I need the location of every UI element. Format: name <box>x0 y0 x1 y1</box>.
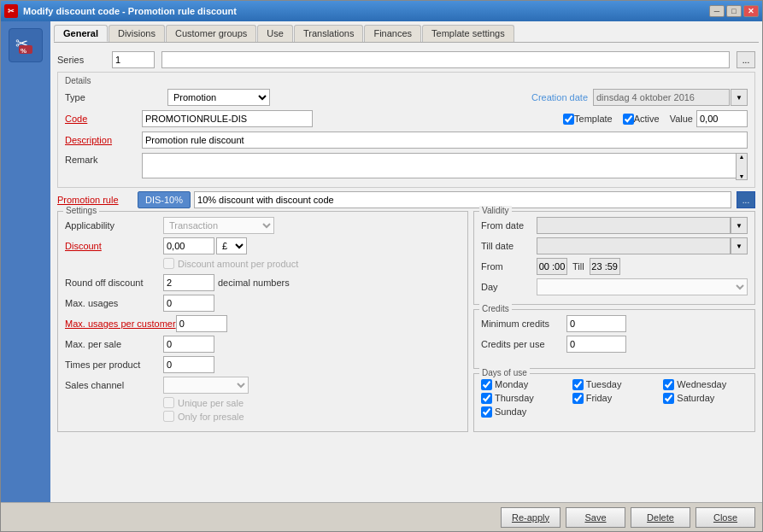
times-per-product-input[interactable] <box>163 356 214 373</box>
series-row: Series ... <box>54 51 759 68</box>
series-browse-button[interactable]: ... <box>737 51 755 68</box>
right-column: Validity From date ▼ Till date ▼ <box>473 211 755 432</box>
monday-checkbox[interactable] <box>481 379 492 390</box>
day-select[interactable] <box>537 278 748 295</box>
type-label: Type <box>65 92 167 102</box>
scissors-icon: ✂ <box>8 7 15 15</box>
value-input[interactable] <box>696 110 748 127</box>
credits-per-use-row: Credits per use <box>481 336 748 353</box>
remark-row: Remark ▲ ▼ <box>65 153 748 180</box>
tab-template-settings[interactable]: Template settings <box>422 25 514 42</box>
friday-checkbox[interactable] <box>572 393 584 404</box>
days-of-use-title: Days of use <box>479 368 530 377</box>
discount-currency-row: £ <box>163 237 247 254</box>
promotion-rule-row: Promotion rule DIS-10% ... <box>57 191 755 208</box>
wednesday-checkbox[interactable] <box>663 379 674 390</box>
template-checkbox[interactable] <box>563 114 574 125</box>
code-row: Code Template Active Value <box>65 110 748 127</box>
description-row: Description <box>65 132 748 149</box>
validity-box: Validity From date ▼ Till date ▼ <box>473 211 755 305</box>
max-per-sale-label: Max. per sale <box>65 339 163 349</box>
type-select[interactable]: Promotion Transaction Discount <box>167 89 270 106</box>
restore-button[interactable]: □ <box>726 5 742 17</box>
template-label: Template <box>574 114 613 124</box>
min-credits-input[interactable] <box>566 315 626 332</box>
creation-date-label: Creation date <box>531 92 588 102</box>
code-label[interactable]: Code <box>65 114 142 124</box>
credits-per-use-input[interactable] <box>566 336 626 353</box>
till-time-label: Till <box>572 261 584 272</box>
reapply-button[interactable]: Re-apply <box>501 507 561 528</box>
tab-divisions[interactable]: Divisions <box>109 25 165 42</box>
tab-translations[interactable]: Translations <box>294 25 364 42</box>
times-per-product-row: Times per product <box>65 356 461 373</box>
left-panel: ✂ % <box>1 21 50 502</box>
sales-channel-select[interactable] <box>163 377 249 394</box>
active-label: Active <box>634 114 660 124</box>
series-input2[interactable] <box>161 51 730 68</box>
tab-finances[interactable]: Finances <box>364 25 421 42</box>
promotion-rule-description[interactable] <box>194 191 731 208</box>
from-date-input[interactable] <box>537 217 731 234</box>
save-button[interactable]: Save <box>566 507 625 528</box>
window-title: Modify discount code - Promotion rule di… <box>23 6 237 16</box>
till-date-input[interactable] <box>537 237 731 254</box>
tab-customer-groups[interactable]: Customer groups <box>166 25 256 42</box>
delete-button[interactable]: Delete <box>631 507 690 528</box>
tab-general[interactable]: General <box>54 25 108 42</box>
max-usages-input[interactable] <box>163 295 214 312</box>
close-button[interactable]: Close <box>696 507 755 528</box>
minimize-button[interactable]: ─ <box>709 5 725 17</box>
round-off-input[interactable] <box>163 274 214 291</box>
thursday-checkbox[interactable] <box>481 393 492 404</box>
description-label[interactable]: Description <box>65 135 142 145</box>
day-wednesday: Wednesday <box>663 379 748 390</box>
series-label: Series <box>57 55 109 65</box>
applicability-select[interactable]: Transaction <box>163 217 274 234</box>
from-date-picker-button[interactable]: ▼ <box>731 217 748 234</box>
code-input[interactable] <box>142 110 313 127</box>
discount-value-input[interactable] <box>163 237 214 254</box>
from-time-input[interactable] <box>537 258 567 275</box>
min-credits-label: Minimum credits <box>481 319 566 329</box>
promotion-rule-label[interactable]: Promotion rule <box>57 195 134 205</box>
bottom-bar: Re-apply Save Delete Close <box>1 502 762 531</box>
remark-scroll-up[interactable]: ▲ <box>737 154 747 160</box>
discount-per-product-checkbox[interactable] <box>163 258 174 269</box>
till-date-label: Till date <box>481 241 537 251</box>
currency-select[interactable]: £ <box>216 237 247 254</box>
series-input1[interactable] <box>112 51 155 68</box>
close-window-button[interactable]: ✕ <box>743 5 759 17</box>
till-date-picker-button[interactable]: ▼ <box>731 237 748 254</box>
days-of-use-box: Days of use Monday Tuesday <box>473 373 755 433</box>
only-for-presale-checkbox[interactable] <box>163 411 174 422</box>
max-usages-per-customer-row: Max. usages per customer <box>65 315 461 332</box>
creation-date-picker[interactable]: ▼ <box>731 89 748 106</box>
description-input[interactable] <box>142 132 748 149</box>
max-usages-label: Max. usages <box>65 298 163 308</box>
tuesday-checkbox[interactable] <box>572 379 584 390</box>
remark-scroll-down[interactable]: ▼ <box>737 173 747 179</box>
svg-text:%: % <box>21 47 26 55</box>
sunday-checkbox[interactable] <box>481 406 492 418</box>
remark-input[interactable] <box>142 153 748 178</box>
round-off-label: Round off discount <box>65 278 163 288</box>
creation-date-input <box>593 89 730 106</box>
discount-label[interactable]: Discount <box>65 241 163 251</box>
max-usages-per-customer-label[interactable]: Max. usages per customer <box>65 319 176 329</box>
promotion-rule-browse-button[interactable]: ... <box>737 191 755 208</box>
till-time-input[interactable] <box>590 258 620 275</box>
unique-per-sale-checkbox[interactable] <box>163 397 174 408</box>
max-per-sale-input[interactable] <box>163 336 214 353</box>
form-area: Series ... Details Type Promotion Transa… <box>54 48 759 499</box>
from-date-label: From date <box>481 220 537 231</box>
only-for-presale-row: Only for presale <box>163 411 461 422</box>
tab-use[interactable]: Use <box>257 25 293 42</box>
discount-per-product-label: Discount amount per product <box>178 259 298 269</box>
active-checkbox[interactable] <box>623 114 634 125</box>
validity-box-title: Validity <box>479 206 512 215</box>
saturday-checkbox[interactable] <box>663 393 674 404</box>
max-usages-per-customer-input[interactable] <box>176 315 227 332</box>
title-bar-left: ✂ Modify discount code - Promotion rule … <box>4 4 237 18</box>
promotion-rule-code-button[interactable]: DIS-10% <box>138 191 191 208</box>
